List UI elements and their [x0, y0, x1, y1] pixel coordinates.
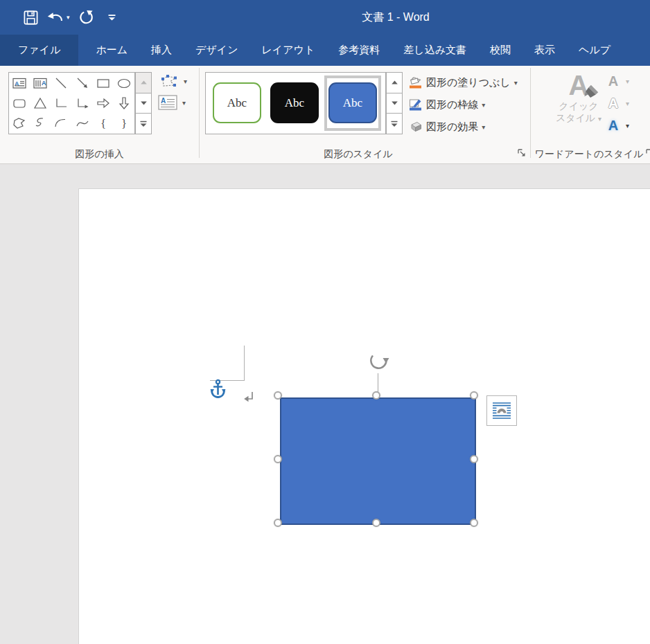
insert-shapes-scrollbar [135, 72, 152, 134]
text-fill-icon: A [606, 73, 621, 89]
ribbon: A A [0, 66, 650, 164]
insert-shapes-scroll-down-button[interactable] [135, 93, 152, 114]
shape-elbow-arrow-connector-button[interactable] [71, 93, 92, 113]
selected-rectangle-shape[interactable] [280, 397, 476, 525]
shape-triangle-button[interactable] [30, 93, 51, 113]
right-brace-icon: } [116, 116, 132, 131]
shape-textbox-horizontal-button[interactable]: A [9, 73, 30, 93]
edit-shape-button[interactable]: ▾ [159, 73, 187, 89]
shape-elbow-connector-button[interactable] [51, 93, 71, 113]
document-page[interactable] [78, 188, 650, 644]
window-title: 文書 1 - Word [0, 0, 650, 35]
wordart-styles-group-label: ワードアートのスタイル [532, 148, 647, 161]
text-fill-dropdown-arrow[interactable]: ▾ [626, 78, 629, 85]
tab-layout[interactable]: レイアウト [250, 35, 327, 66]
scroll-up-icon [392, 80, 398, 84]
tab-mailings[interactable]: 差し込み文書 [392, 35, 478, 66]
shape-styles-scrollbar [386, 72, 403, 134]
quick-styles-dropdown-arrow[interactable]: ▾ [598, 115, 601, 123]
text-fill-button[interactable]: A ▾ [606, 71, 642, 91]
rounded-rectangle-icon [12, 96, 27, 111]
shape-left-brace-button[interactable]: { [93, 114, 114, 134]
scroll-down-icon [141, 101, 147, 105]
shape-resize-handle-bottom-left[interactable] [274, 519, 282, 527]
shape-right-brace-button[interactable]: } [114, 114, 134, 134]
freeform-icon [12, 116, 27, 131]
shape-textbox-vertical-button[interactable]: A [30, 73, 51, 93]
shape-outline-dropdown-arrow[interactable]: ▾ [482, 101, 485, 109]
line-icon [53, 75, 69, 91]
shape-rectangle-button[interactable] [93, 73, 114, 93]
insert-shapes-gallery-more-button[interactable] [135, 113, 152, 134]
object-anchor-icon[interactable] [210, 379, 226, 399]
shape-curve-button[interactable] [71, 114, 92, 134]
shape-effects-dropdown-arrow[interactable]: ▾ [482, 123, 485, 131]
shape-style-outline-green[interactable]: Abc [213, 82, 261, 123]
shape-outline-button[interactable]: 図形の枠線 ▾ [409, 96, 485, 114]
tab-view[interactable]: 表示 [522, 35, 567, 66]
left-brace-icon: { [96, 116, 111, 131]
tab-design[interactable]: デザイン [184, 35, 249, 66]
shape-oval-button[interactable] [114, 73, 134, 93]
dialog-launcher-icon [645, 148, 650, 158]
scroll-up-icon [141, 80, 147, 84]
tab-insert[interactable]: 挿入 [139, 35, 184, 66]
shape-fill-icon [409, 75, 423, 89]
shape-style-solid-black[interactable]: Abc [270, 82, 319, 123]
shape-block-arrow-right-button[interactable] [93, 93, 114, 113]
shape-arc-button[interactable] [51, 114, 71, 134]
textbox-vertical-icon: A [33, 75, 48, 91]
quick-styles-button[interactable]: A クイック スタイル ▾ [553, 70, 604, 138]
shape-rotate-handle[interactable] [365, 349, 392, 374]
shape-block-arrow-down-button[interactable] [114, 93, 134, 113]
shape-scribble-button[interactable] [30, 114, 51, 134]
shape-fill-button[interactable]: 図形の塗りつぶし ▾ [409, 73, 518, 91]
draw-text-box-dropdown-arrow[interactable]: ▾ [182, 99, 186, 107]
draw-text-box-button[interactable]: A ▾ [157, 94, 186, 111]
shape-styles-scroll-down-button[interactable] [386, 93, 403, 114]
shape-resize-handle-middle-left[interactable] [274, 455, 282, 463]
shape-resize-handle-top-middle[interactable] [372, 391, 380, 400]
text-effects-button[interactable]: A ▾ [606, 116, 642, 135]
shape-fill-dropdown-arrow[interactable]: ▾ [514, 79, 518, 87]
elbow-arrow-connector-icon [75, 96, 90, 111]
layout-options-button[interactable] [486, 395, 517, 426]
gallery-more-icon [391, 120, 398, 127]
shape-style-solid-blue[interactable]: Abc [328, 82, 377, 123]
gallery-more-icon [140, 120, 147, 127]
shape-styles-dialog-launcher[interactable] [517, 148, 527, 158]
tab-references[interactable]: 参考資料 [326, 35, 392, 66]
shape-resize-handle-bottom-right[interactable] [470, 519, 478, 527]
text-outline-dropdown-arrow[interactable]: ▾ [626, 100, 629, 107]
block-arrow-down-icon [116, 96, 132, 111]
block-arrow-right-icon [96, 96, 111, 111]
text-outline-icon: A [606, 96, 621, 111]
shape-styles-scroll-up-button[interactable] [386, 72, 403, 93]
text-effects-icon: A [606, 118, 621, 134]
wordart-styles-dialog-launcher[interactable] [645, 148, 650, 158]
text-effects-dropdown-arrow[interactable]: ▾ [626, 122, 629, 129]
shape-outline-icon [409, 98, 423, 111]
oval-icon [116, 75, 132, 91]
shape-fill-label: 図形の塗りつぶし [426, 76, 511, 89]
shape-freeform-button[interactable] [9, 114, 30, 134]
shape-line-button[interactable] [51, 73, 71, 93]
shape-resize-handle-top-right[interactable] [470, 391, 478, 400]
insert-shapes-scroll-up-button[interactable] [135, 72, 152, 93]
text-outline-button[interactable]: A ▾ [606, 93, 642, 113]
curve-icon [75, 116, 90, 131]
shape-styles-gallery-more-button[interactable] [386, 113, 403, 134]
tab-home[interactable]: ホーム [84, 35, 139, 66]
shape-rounded-rectangle-button[interactable] [9, 93, 30, 113]
shape-resize-handle-middle-right[interactable] [470, 455, 478, 463]
paragraph-return-mark [242, 390, 256, 404]
line-arrow-icon [75, 75, 90, 91]
edit-shape-dropdown-arrow[interactable]: ▾ [184, 78, 187, 85]
shape-line-arrow-button[interactable] [71, 73, 92, 93]
shape-resize-handle-top-left[interactable] [274, 391, 282, 400]
shape-effects-button[interactable]: 図形の効果 ▾ [409, 118, 485, 136]
tab-help[interactable]: ヘルプ [567, 35, 622, 66]
shape-resize-handle-bottom-middle[interactable] [372, 519, 380, 527]
tab-file[interactable]: ファイル [0, 35, 78, 66]
tab-review[interactable]: 校閲 [478, 35, 522, 66]
